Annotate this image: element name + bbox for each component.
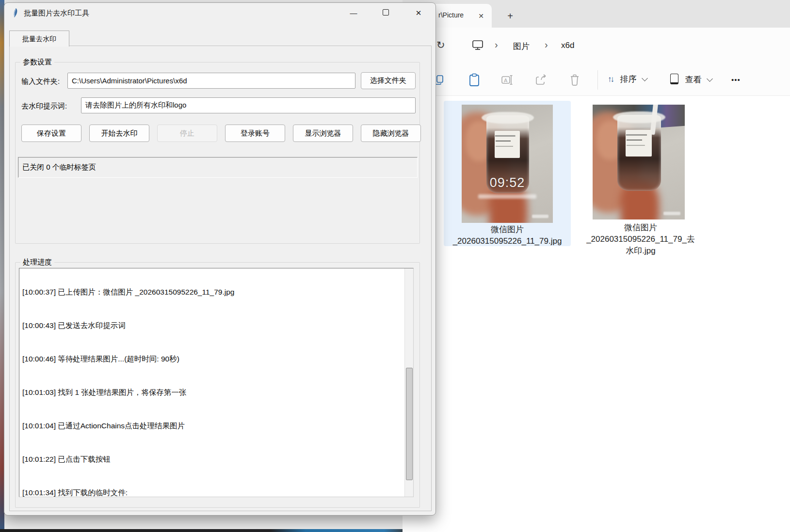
watermark-tool-window: 批量图片去水印工具 — ✕ 批量去水印 参数设置 输入文件夹: 选择文件夹 去水… (4, 2, 436, 516)
close-button[interactable]: ✕ (407, 6, 430, 20)
paste-icon[interactable] (468, 73, 481, 89)
save-settings-button[interactable]: 保存设置 (21, 125, 81, 142)
chevron-down-icon (642, 75, 648, 81)
progress-log[interactable]: [10:00:37] 已上传图片：微信图片 _20260315095226_11… (19, 268, 414, 497)
breadcrumb-separator-icon: › (545, 39, 548, 50)
sort-button[interactable]: ↑↓ 排序 (608, 74, 647, 85)
prompt-field[interactable] (81, 97, 416, 113)
file-tile-2[interactable]: 微信图片 _20260315095226_11_79_去 水印.jpg (584, 101, 697, 261)
rename-icon[interactable]: A (501, 74, 514, 88)
view-button[interactable]: 查看 (670, 74, 712, 86)
stop-button: 停止 (157, 125, 217, 142)
photo-lockscreen-time: 09:52 (462, 175, 553, 190)
file-name-line: 微信图片 (584, 222, 697, 234)
svg-text:A: A (504, 78, 508, 83)
status-panel: 已关闭 0 个临时标签页 (18, 157, 418, 178)
file-explorer-window: r\Picture ✕ + ↻ › 图片 › x6d A (403, 0, 790, 532)
login-account-button[interactable]: 登录账号 (225, 125, 285, 142)
app-icon (11, 8, 20, 20)
file-thumbnail-1: 09:52 (462, 105, 553, 223)
screen: r\Picture ✕ + ↻ › 图片 › x6d A (0, 0, 790, 532)
explorer-address-bar: ↻ › 图片 › x6d (403, 28, 790, 64)
log-scrollbar-thumb[interactable] (406, 368, 413, 480)
new-tab-button[interactable]: + (503, 11, 517, 22)
progress-group: 处理进度 [10:00:37] 已上传图片：微信图片 _202603150952… (15, 262, 420, 508)
share-icon[interactable] (535, 74, 548, 88)
photo-label (495, 131, 520, 158)
file-name-line: _20260315095226_11_79.jpg (444, 235, 571, 247)
file-tile-1[interactable]: 09:52 微信图片 _20260315095226_11_79.jpg (444, 101, 571, 246)
explorer-tab-title: r\Picture (438, 11, 473, 19)
params-group: 参数设置 输入文件夹: 选择文件夹 去水印提示词: 保存设置 开始去水印 停止 … (15, 62, 420, 244)
file-name: 微信图片 _20260315095226_11_79.jpg (444, 224, 571, 247)
minimize-button[interactable]: — (342, 6, 365, 20)
tab-close-icon[interactable]: ✕ (475, 10, 487, 22)
breadcrumb-pictures[interactable]: 图片 (513, 41, 530, 52)
breadcrumb-x6d[interactable]: x6d (561, 41, 574, 50)
toolbar-divider (597, 70, 598, 90)
tab-batch-remove[interactable]: 批量去水印 (9, 31, 69, 47)
explorer-command-bar: A ↑↓ 排序 查看 ••• (403, 64, 790, 96)
view-icon (670, 74, 678, 84)
photo-lid (482, 112, 533, 124)
photo-watermark (532, 215, 548, 218)
status-text: 已关闭 0 个临时标签页 (22, 163, 96, 172)
hide-browser-button[interactable]: 隐藏浏览器 (361, 125, 421, 142)
show-browser-button[interactable]: 显示浏览器 (293, 125, 353, 142)
photo-date-blur (478, 194, 536, 199)
sort-arrows-icon: ↑↓ (608, 75, 613, 84)
log-line: [10:01:04] 已通过ActionChains点击处理结果图片 (22, 420, 402, 431)
log-line: [10:01:03] 找到 1 张处理结果图片，将保存第一张 (22, 387, 402, 398)
input-folder-label: 输入文件夹: (21, 77, 60, 86)
log-line: [10:00:43] 已发送去水印提示词 (22, 320, 402, 331)
file-thumbnail-2 (593, 105, 685, 219)
start-removal-button[interactable]: 开始去水印 (89, 125, 149, 142)
prompt-label: 去水印提示词: (21, 102, 67, 111)
more-options-icon[interactable]: ••• (731, 76, 741, 84)
file-name-line: _20260315095226_11_79_去 (584, 234, 697, 245)
progress-group-label: 处理进度 (20, 258, 54, 267)
app-title: 批量图片去水印工具 (24, 9, 89, 18)
photo-label (626, 130, 651, 156)
app-titlebar[interactable]: 批量图片去水印工具 — ✕ (4, 3, 435, 23)
log-line: [10:00:46] 等待处理结果图片...(超时时间: 90秒) (22, 353, 402, 364)
sort-label: 排序 (620, 75, 636, 84)
log-scrollbar[interactable] (404, 268, 413, 497)
explorer-tab-bar: r\Picture ✕ + (403, 0, 790, 28)
chevron-down-icon (707, 76, 713, 82)
maximize-icon (383, 9, 389, 16)
log-line: [10:01:34] 找到下载的临时文件: (22, 487, 402, 497)
file-name-line: 水印.jpg (584, 245, 697, 257)
input-folder-field[interactable] (67, 73, 355, 89)
view-label: 查看 (685, 75, 701, 84)
explorer-content: 09:52 微信图片 _20260315095226_11_79.jpg (403, 96, 790, 532)
delete-icon[interactable] (569, 74, 580, 88)
log-line: [10:01:22] 已点击下载按钮 (22, 454, 402, 465)
this-pc-icon[interactable] (471, 39, 484, 53)
breadcrumb-separator-icon: › (495, 39, 498, 50)
taskbar-sliver (0, 529, 436, 532)
params-group-label: 参数设置 (20, 58, 54, 67)
log-line: [10:00:37] 已上传图片：微信图片 _20260315095226_11… (22, 286, 402, 297)
file-name-line: 微信图片 (444, 224, 571, 235)
refresh-icon[interactable]: ↻ (436, 39, 445, 51)
photo-watermark (663, 212, 680, 215)
file-name: 微信图片 _20260315095226_11_79_去 水印.jpg (584, 222, 697, 257)
maximize-button[interactable] (374, 6, 397, 20)
choose-folder-button[interactable]: 选择文件夹 (361, 72, 416, 89)
progress-log-text: [10:00:37] 已上传图片：微信图片 _20260315095226_11… (22, 268, 402, 497)
photo-lid (613, 111, 665, 123)
